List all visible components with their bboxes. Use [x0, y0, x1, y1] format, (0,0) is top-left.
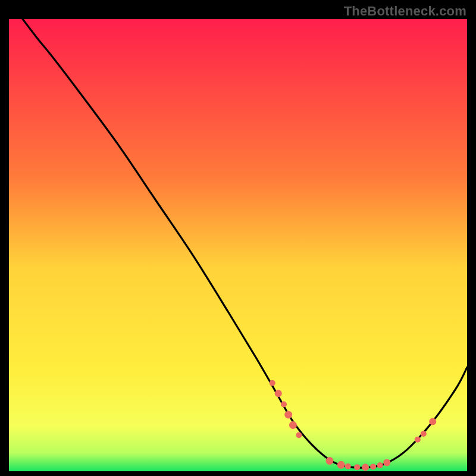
curve-marker [362, 464, 369, 471]
curve-marker [345, 464, 351, 469]
chart-svg [9, 19, 467, 471]
curve-marker [337, 461, 345, 469]
curve-marker [289, 421, 297, 429]
curve-marker [383, 459, 390, 466]
curve-marker [429, 418, 436, 425]
curve-marker [284, 411, 292, 419]
curve-marker [421, 431, 427, 437]
curve-marker [354, 464, 360, 470]
curve-marker [281, 402, 287, 408]
curve-marker [326, 457, 334, 465]
curve-marker [270, 380, 275, 386]
curve-marker [377, 462, 383, 468]
chart-frame [9, 19, 467, 471]
curve-marker [296, 432, 302, 438]
curve-marker [370, 464, 376, 469]
watermark-text: TheBottleneck.com [344, 4, 466, 19]
curve-marker [275, 390, 282, 397]
curve-marker [415, 437, 421, 443]
plot-background [9, 19, 467, 471]
